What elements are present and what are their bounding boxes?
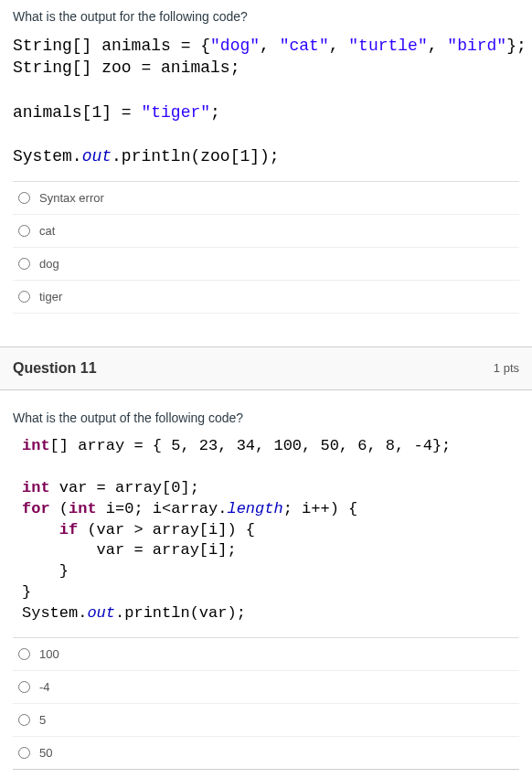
answer-option[interactable]: 100 <box>13 638 519 671</box>
option-label: 100 <box>39 647 59 661</box>
question-header: Question 11 1 pts <box>0 346 532 390</box>
code-token: String[] animals = { <box>13 37 210 55</box>
code-token: , <box>329 37 349 55</box>
code-token: var = array[0]; <box>50 479 199 496</box>
code-string: "bird" <box>447 37 506 55</box>
code-token: (var > array[i]) { <box>78 521 255 538</box>
code-keyword: int <box>22 437 50 454</box>
code-token: } <box>22 562 69 580</box>
code-token: [] array = { 5, 23, 34, 100, 50, 6, 8, -… <box>50 437 452 454</box>
code-token: ; i++) { <box>283 500 358 517</box>
code-token <box>22 521 59 538</box>
answer-options: Syntax error cat dog tiger <box>13 181 519 314</box>
code-token: ; <box>210 103 220 122</box>
option-label: cat <box>39 224 55 238</box>
option-label: 5 <box>39 713 46 727</box>
option-label: Syntax error <box>39 191 104 205</box>
code-field: length <box>227 500 282 517</box>
question-11: What is the output of the following code… <box>0 390 532 770</box>
code-keyword: for <box>22 500 50 517</box>
code-token: .println(var); <box>115 604 246 622</box>
code-token: String[] zoo = animals; <box>13 59 239 77</box>
question-points: 1 pts <box>494 361 519 375</box>
code-token: i=0; i<array. <box>97 500 228 517</box>
radio-input[interactable] <box>18 192 30 204</box>
code-string: "turtle" <box>348 37 427 55</box>
answer-option[interactable]: 50 <box>13 737 519 770</box>
radio-input[interactable] <box>18 747 30 759</box>
radio-input[interactable] <box>18 648 30 660</box>
code-keyword: int <box>22 479 50 496</box>
answer-options: 100 -4 5 50 <box>13 637 519 770</box>
code-token: System. <box>13 147 82 165</box>
code-token: , <box>428 37 448 55</box>
code-string: "cat" <box>280 37 329 55</box>
code-keyword: if <box>59 521 78 538</box>
code-token: } <box>22 583 31 601</box>
code-token: var = array[i]; <box>22 541 237 559</box>
radio-input[interactable] <box>18 258 30 270</box>
code-block: int[] array = { 5, 23, 34, 100, 50, 6, 8… <box>13 436 519 624</box>
code-token: ( <box>50 500 69 517</box>
option-label: tiger <box>39 290 62 304</box>
code-token: , <box>260 37 280 55</box>
radio-input[interactable] <box>18 681 30 693</box>
code-keyword: int <box>69 500 97 517</box>
question-prompt: What is the output of the following code… <box>13 410 519 425</box>
code-string: "dog" <box>210 37 260 55</box>
option-label: 50 <box>39 746 52 760</box>
code-field: out <box>87 604 115 622</box>
radio-input[interactable] <box>18 714 30 726</box>
answer-option[interactable]: dog <box>13 248 519 281</box>
answer-option[interactable]: Syntax error <box>13 182 519 215</box>
code-field: out <box>82 147 112 165</box>
question-prompt: What is the output for the following cod… <box>13 9 519 24</box>
code-token: }; <box>506 37 527 55</box>
answer-option[interactable]: -4 <box>13 671 519 704</box>
answer-option[interactable]: cat <box>13 215 519 248</box>
code-token: System. <box>22 604 87 622</box>
option-label: -4 <box>39 680 50 694</box>
question-title: Question 11 <box>13 360 97 377</box>
answer-option[interactable]: tiger <box>13 281 519 314</box>
radio-input[interactable] <box>18 291 30 303</box>
question-10: What is the output for the following cod… <box>0 0 532 314</box>
code-string: "tiger" <box>141 103 210 122</box>
code-token: .println(zoo[1]); <box>112 147 280 165</box>
answer-option[interactable]: 5 <box>13 704 519 737</box>
radio-input[interactable] <box>18 225 30 237</box>
question-divider <box>0 314 532 346</box>
code-token: animals[1] = <box>13 103 141 122</box>
option-label: dog <box>39 257 59 271</box>
code-block: String[] animals = {"dog", "cat", "turtl… <box>13 35 519 168</box>
